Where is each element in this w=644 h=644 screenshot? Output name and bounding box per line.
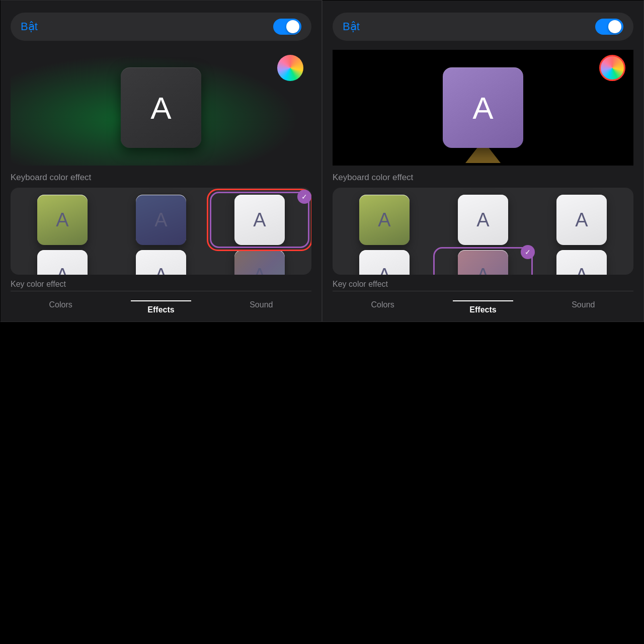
panel-top-right: Bật A Keyboard color effect A A A A <box>322 0 644 322</box>
key-cap-3: A <box>37 250 88 275</box>
key-cap-5: A <box>234 250 285 275</box>
toggle-row-left: Bật <box>11 13 311 41</box>
key-cap-r0: A <box>359 195 410 245</box>
key-preview-large-left: A <box>121 67 201 148</box>
section-label-left: Keyboard color effect <box>11 173 311 183</box>
effect-item-r0[interactable]: A <box>338 195 431 245</box>
effect-item-4[interactable]: A <box>114 250 208 275</box>
check-badge-2: ✓ <box>297 190 311 204</box>
key-cap-0: A <box>37 195 88 245</box>
key-color-label-left: Key color effect <box>11 275 311 291</box>
key-color-label-right: Key color effect <box>333 275 633 291</box>
effect-item-r5[interactable]: A <box>535 250 628 275</box>
key-cap-r3: A <box>359 250 410 275</box>
effect-item-r1[interactable]: A <box>436 195 530 245</box>
nav-label-colors-left: Colors <box>49 300 72 309</box>
key-preview-large-right: A <box>443 67 523 148</box>
nav-item-sound-right[interactable]: Sound <box>533 296 633 314</box>
key-cap-1: A <box>136 195 186 245</box>
bottom-nav-right: Colors Effects Sound <box>333 291 633 321</box>
nav-active-bar-left <box>131 300 191 301</box>
effects-grid-right: A A A A A ✓ A A A <box>333 188 633 275</box>
color-orb-right[interactable] <box>599 55 625 81</box>
effect-item-1[interactable]: A <box>114 195 208 245</box>
nav-item-sound-left[interactable]: Sound <box>211 296 311 314</box>
toggle-label-right: Bật <box>343 20 360 33</box>
red-highlight-ring <box>207 189 311 251</box>
key-cap-r1: A <box>458 195 508 245</box>
effects-grid-left: A A A ✓ A A A A A <box>11 188 311 275</box>
selected-ring-r4 <box>433 247 533 275</box>
toggle-switch-right[interactable] <box>595 19 623 35</box>
nav-label-sound-right: Sound <box>572 300 595 309</box>
bottom-nav-left: Colors Effects Sound <box>11 291 311 321</box>
preview-area-right: A <box>333 50 633 166</box>
effect-item-r2[interactable]: A <box>535 195 628 245</box>
effect-item-r4[interactable]: A ✓ <box>436 250 530 275</box>
effect-item-3[interactable]: A <box>16 250 109 275</box>
effect-item-0[interactable]: A <box>16 195 109 245</box>
key-cap-4: A <box>136 250 186 275</box>
nav-item-colors-left[interactable]: Colors <box>11 296 111 314</box>
toggle-switch-left[interactable] <box>273 19 301 35</box>
nav-active-bar-right <box>453 300 513 301</box>
effect-item-2[interactable]: A ✓ <box>213 195 306 245</box>
key-cap-r5: A <box>556 250 607 275</box>
nav-item-effects-left[interactable]: Effects <box>111 296 211 314</box>
toggle-row-right: Bật <box>333 13 633 41</box>
nav-item-effects-right[interactable]: Effects <box>433 296 533 314</box>
effect-item-r3[interactable]: A <box>338 250 431 275</box>
section-label-right: Keyboard color effect <box>333 173 633 183</box>
effect-item-5[interactable]: A <box>213 250 306 275</box>
nav-item-colors-right[interactable]: Colors <box>333 296 433 314</box>
toggle-label-left: Bật <box>21 20 38 33</box>
nav-label-effects-left: Effects <box>147 305 174 314</box>
panel-top-left: Bật A Keyboard color effect A A A ✓ A <box>0 0 322 322</box>
preview-area-left: A <box>11 50 311 166</box>
nav-label-colors-right: Colors <box>371 300 394 309</box>
nav-label-effects-right: Effects <box>469 305 496 314</box>
check-badge-r4: ✓ <box>521 245 535 259</box>
key-cap-r2: A <box>556 195 607 245</box>
nav-label-sound-left: Sound <box>250 300 273 309</box>
color-orb-left[interactable] <box>277 55 303 81</box>
